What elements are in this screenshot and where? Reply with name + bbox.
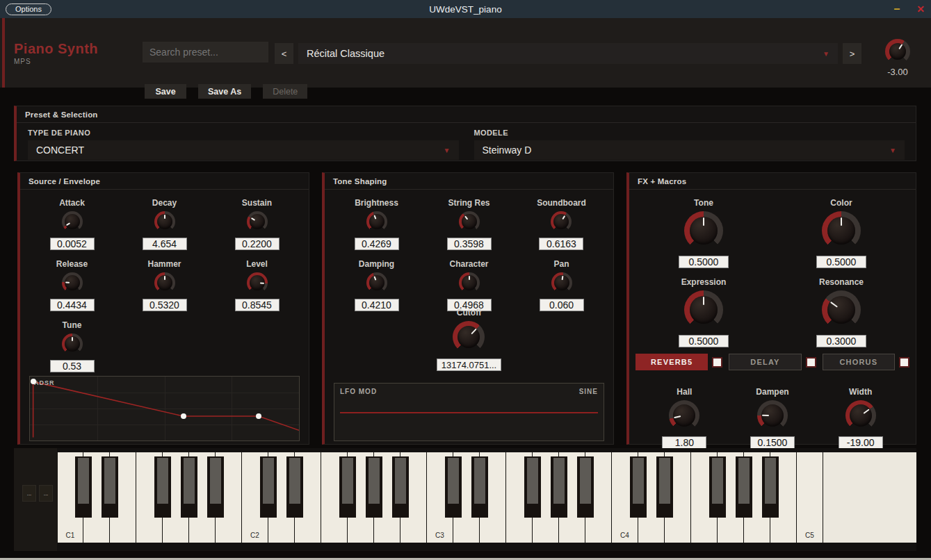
black-key[interactable]	[102, 456, 118, 518]
octave-up-button[interactable]: ...	[39, 485, 53, 502]
black-key[interactable]	[630, 456, 647, 518]
black-key[interactable]	[524, 456, 541, 518]
save-button[interactable]: Save	[145, 84, 186, 99]
search-input[interactable]	[143, 42, 268, 63]
soundboard-value[interactable]: 0.6163	[539, 238, 583, 250]
decay-knob[interactable]	[154, 211, 175, 232]
preset-name: Récital Classique	[307, 48, 384, 59]
cutoff-knob[interactable]	[453, 321, 485, 353]
resonance-value[interactable]: 0.3000	[816, 335, 866, 347]
tone-value[interactable]: 0.5000	[679, 256, 729, 268]
chorus-button[interactable]: CHORUS	[823, 354, 895, 370]
black-key[interactable]	[551, 456, 567, 518]
black-key[interactable]	[154, 456, 171, 518]
hammer-knob[interactable]	[154, 272, 175, 293]
release-value[interactable]: 0.4434	[50, 299, 95, 311]
preset-dropdown[interactable]: Récital Classique ▼	[298, 43, 838, 64]
knob-pointer	[454, 207, 483, 236]
delete-button[interactable]: Delete	[263, 84, 307, 99]
black-key[interactable]	[366, 456, 382, 518]
character-knob[interactable]	[459, 272, 480, 293]
resonance-knob[interactable]	[822, 290, 861, 329]
dampen-knob[interactable]	[757, 400, 788, 431]
black-key[interactable]	[656, 456, 673, 518]
width-knob[interactable]	[845, 400, 876, 431]
level-value[interactable]: 0.8545	[235, 299, 280, 311]
keyboard-end-cap	[823, 452, 916, 543]
master-volume-knob[interactable]	[885, 39, 910, 64]
adsr-envelope-display[interactable]: ADSR	[29, 376, 300, 441]
black-key[interactable]	[762, 456, 779, 518]
black-key[interactable]	[75, 456, 92, 518]
chorus-enable-checkbox[interactable]	[899, 357, 909, 368]
black-key[interactable]	[577, 456, 594, 518]
color-label: Color	[830, 198, 852, 208]
lfo-waveform-line	[340, 412, 598, 413]
pan-knob[interactable]	[551, 272, 572, 293]
chorus-group: CHORUS	[823, 354, 909, 370]
tone-knob[interactable]	[684, 211, 723, 250]
tune-value[interactable]: 0.53	[50, 360, 95, 372]
black-key[interactable]	[392, 456, 409, 518]
envelope-point[interactable]	[181, 413, 186, 419]
knob-pointer	[880, 34, 915, 69]
black-key[interactable]	[181, 456, 197, 518]
model-dropdown[interactable]: Steinway D ▼	[474, 140, 905, 160]
release-knob[interactable]	[62, 272, 83, 293]
save-as-button[interactable]: Save As	[198, 84, 251, 99]
expression-value[interactable]: 0.5000	[679, 335, 729, 347]
black-key[interactable]	[736, 456, 752, 518]
attack-knob[interactable]	[62, 211, 83, 232]
brightness-knob[interactable]	[366, 211, 387, 232]
cutoff-value[interactable]: 13174.0751...	[437, 359, 502, 371]
lfo-mod-display[interactable]: LFO MOD SINE	[334, 383, 604, 441]
dampen-value[interactable]: 0.1500	[750, 436, 795, 449]
black-key[interactable]	[339, 456, 356, 518]
reverb5-enable-checkbox[interactable]	[712, 357, 722, 368]
color-value[interactable]: 0.5000	[816, 256, 866, 268]
sustain-value[interactable]: 0.2200	[235, 238, 280, 250]
black-key[interactable]	[286, 456, 303, 518]
minimize-icon[interactable]: –	[891, 3, 903, 15]
octave-down-button[interactable]: ...	[22, 485, 36, 502]
next-preset-button[interactable]: >	[843, 43, 861, 64]
damping-knob[interactable]	[366, 272, 387, 293]
reverb5-button[interactable]: REVERB5	[635, 354, 708, 370]
black-key[interactable]	[709, 456, 726, 518]
hall-value[interactable]: 1.80	[662, 436, 706, 449]
width-value[interactable]: -19.00	[839, 436, 883, 449]
hall-knob[interactable]	[669, 400, 699, 431]
close-icon[interactable]: ✕	[914, 3, 927, 15]
attack-value[interactable]: 0.0052	[50, 238, 95, 250]
string-res-knob[interactable]	[459, 211, 480, 232]
panel-title: FX + Macros	[629, 173, 916, 190]
tune-knob[interactable]	[62, 333, 83, 354]
brightness-value[interactable]: 0.4269	[355, 238, 399, 250]
decay-value[interactable]: 4.654	[143, 238, 187, 250]
hammer-value[interactable]: 0.5320	[143, 299, 187, 311]
decay-label: Decay	[152, 198, 177, 208]
black-key[interactable]	[445, 456, 462, 518]
delay-button[interactable]: DELAY	[729, 354, 801, 370]
panel-title: Tone Shaping	[325, 173, 613, 190]
prev-preset-button[interactable]: <	[275, 43, 293, 64]
master-volume-value[interactable]: -3.00	[879, 67, 916, 77]
sustain-knob[interactable]	[247, 211, 268, 232]
envelope-point[interactable]	[256, 413, 261, 419]
white-key[interactable]: C5	[797, 452, 823, 543]
section-title: Preset & Selection	[17, 106, 916, 123]
expression-knob[interactable]	[684, 290, 723, 329]
knob-pointer	[363, 208, 390, 236]
envelope-point[interactable]	[31, 379, 36, 384]
black-key[interactable]	[260, 456, 277, 518]
piano-type-dropdown[interactable]: CONCERT ▼	[28, 140, 459, 160]
delay-enable-checkbox[interactable]	[806, 357, 816, 368]
color-knob[interactable]	[822, 211, 861, 250]
string-res-value[interactable]: 0.3598	[447, 238, 492, 250]
black-key[interactable]	[207, 456, 224, 518]
soundboard-knob[interactable]	[551, 211, 572, 232]
source-envelope-panel: Source / Envelope Attack0.0052Decay4.654…	[17, 172, 309, 445]
window-controls: – ✕	[891, 0, 927, 18]
black-key[interactable]	[471, 456, 488, 518]
level-knob[interactable]	[247, 272, 268, 293]
